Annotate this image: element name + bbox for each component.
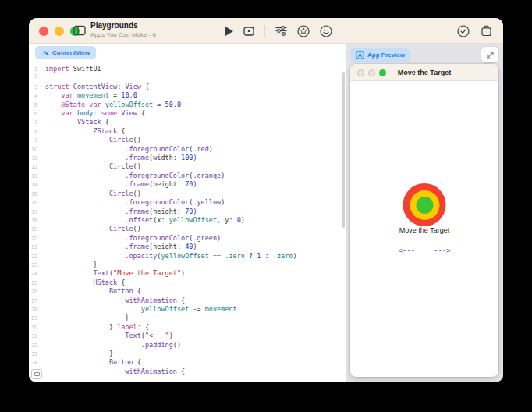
app-preview-pill-label: App Preview xyxy=(367,52,405,59)
code-line[interactable]: 26 Button { xyxy=(29,287,346,296)
code-line[interactable]: 5 @State var yellowOffset = 50.0 xyxy=(29,101,346,109)
code-line[interactable]: 10 .foregroundColor(.red) xyxy=(29,145,346,154)
code-line[interactable]: 33 } xyxy=(29,350,346,358)
move-right-button[interactable]: ---> xyxy=(434,247,451,254)
code-line[interactable]: 8 ZStack { xyxy=(29,127,346,136)
code-line[interactable]: 17 .frame(height: 70) xyxy=(29,208,346,216)
line-number: 7 xyxy=(29,119,45,125)
target-middle-circle xyxy=(410,190,439,220)
code-line[interactable]: 28 yellowOffset -= movement xyxy=(29,305,346,314)
code-line[interactable]: 34 Button { xyxy=(29,358,346,367)
star-circle-icon[interactable] xyxy=(297,25,310,37)
code-line[interactable]: 23 } xyxy=(29,261,346,269)
code-line[interactable]: 29 } xyxy=(29,314,346,322)
document-subtitle: Apps You Can Make - 6 xyxy=(90,31,156,38)
code-text: .padding() xyxy=(45,341,181,350)
code-text: .foregroundColor(.red) xyxy=(45,145,213,154)
code-text: } label: { xyxy=(45,323,149,332)
line-number: 13 xyxy=(29,173,45,179)
code-line[interactable]: 16 .foregroundColor(.yellow) xyxy=(29,198,346,207)
code-line[interactable]: 27 withAnimation { xyxy=(29,297,346,305)
line-number: 28 xyxy=(29,307,45,312)
code-line[interactable]: 24 Text("Move the Target") xyxy=(29,269,346,278)
code-text: .frame(width: 100) xyxy=(45,154,197,162)
sidebar-toggle-icon[interactable] xyxy=(73,25,86,36)
app-preview-pill: App Preview xyxy=(350,48,410,62)
minimize-button[interactable] xyxy=(55,27,64,36)
app-preview-icon xyxy=(356,51,364,59)
code-text: @State var yellowOffset = 50.0 xyxy=(45,101,181,109)
target-label: Move the Target xyxy=(350,226,498,234)
line-number: 33 xyxy=(29,351,45,357)
code-text: withAnimation { xyxy=(45,297,185,305)
code-line[interactable]: 6 var body: some View { xyxy=(29,109,346,118)
preview-header: App Preview xyxy=(350,46,498,63)
delete-box-icon[interactable] xyxy=(481,25,492,37)
content-split: ContentView 1import SwiftUI23struct Cont… xyxy=(29,44,503,382)
verify-check-icon[interactable] xyxy=(457,25,470,37)
code-line[interactable]: 30 } label: { xyxy=(29,323,346,332)
preview-window-content: Move the Target <--- ---> xyxy=(350,81,498,376)
target-core-circle xyxy=(416,197,433,214)
code-text: Text("Move the Target") xyxy=(45,269,185,278)
line-number: 22 xyxy=(29,254,45,259)
line-number: 9 xyxy=(29,137,45,143)
code-text: withAnimation { xyxy=(45,368,185,376)
code-text: Circle() xyxy=(45,136,141,144)
code-line[interactable]: 12 Circle() xyxy=(29,162,346,171)
code-line[interactable]: 19 Circle() xyxy=(29,225,346,233)
code-line[interactable]: 3struct ContentView: View { xyxy=(29,83,346,91)
code-line[interactable]: 22 .opacity(yellowOffset == .zero ? 1 : … xyxy=(29,252,346,261)
code-text: var body: some View { xyxy=(45,109,145,118)
line-number: 30 xyxy=(29,325,45,330)
live-view-icon[interactable] xyxy=(243,27,254,36)
code-text: var movement = 10.0 xyxy=(45,91,137,100)
code-text: } xyxy=(45,261,98,269)
character-face-icon[interactable] xyxy=(320,25,332,37)
expand-preview-button[interactable] xyxy=(481,47,498,62)
line-number: 5 xyxy=(29,102,45,108)
code-line[interactable]: 15 Circle() xyxy=(29,190,346,198)
code-line[interactable]: 4 var movement = 10.0 xyxy=(29,91,346,100)
code-line[interactable]: 32 .padding() xyxy=(29,341,346,350)
line-number: 12 xyxy=(29,164,45,169)
app-title: Playgrounds xyxy=(90,21,156,30)
window-title-block: Playgrounds Apps You Can Make - 6 xyxy=(90,21,156,38)
toolbar-right xyxy=(457,18,492,44)
code-text: .frame(height: 70) xyxy=(45,180,197,189)
code-line[interactable]: 21 .frame(height: 40) xyxy=(29,243,346,251)
contentview-pill[interactable]: ContentView xyxy=(35,46,96,59)
code-line[interactable]: 9 Circle() xyxy=(29,136,346,144)
code-text: .foregroundColor(.yellow) xyxy=(45,198,225,207)
line-number: 14 xyxy=(29,182,45,187)
move-left-button[interactable]: <--- xyxy=(398,247,415,254)
run-play-icon[interactable] xyxy=(225,27,233,36)
line-number: 29 xyxy=(29,315,45,321)
code-line[interactable]: 35 withAnimation { xyxy=(29,368,346,376)
line-number: 17 xyxy=(29,209,45,215)
line-number: 23 xyxy=(29,262,45,268)
code-line[interactable]: 18 .offset(x: yellowOffset, y: 0) xyxy=(29,216,346,225)
code-line[interactable]: 20 .foregroundColor(.green) xyxy=(29,234,346,243)
code-line[interactable]: 2 xyxy=(29,73,346,82)
code-line[interactable]: 7 VStack { xyxy=(29,118,346,126)
close-button[interactable] xyxy=(39,27,48,36)
preview-panel: App Preview xyxy=(346,44,503,382)
code-editor[interactable]: ContentView 1import SwiftUI23struct Cont… xyxy=(29,44,346,382)
code-line[interactable]: 25 HStack { xyxy=(29,279,346,287)
line-number: 18 xyxy=(29,218,45,223)
code-line[interactable]: 11 .frame(width: 100) xyxy=(29,154,346,162)
preview-window-titlebar: Move the Target xyxy=(350,64,498,81)
line-number: 25 xyxy=(29,280,45,286)
editor-corner-button[interactable] xyxy=(31,369,42,379)
code-text: } xyxy=(45,314,129,322)
adjustments-icon[interactable] xyxy=(275,26,287,36)
line-number: 26 xyxy=(29,289,45,294)
editor-scrollbar[interactable] xyxy=(342,72,345,228)
code-line[interactable]: 31 Text("<---") xyxy=(29,332,346,340)
code-line[interactable]: 1import SwiftUI xyxy=(29,65,346,73)
line-number: 11 xyxy=(29,155,45,161)
code-text: VStack { xyxy=(45,118,109,126)
code-line[interactable]: 14 .frame(height: 70) xyxy=(29,180,346,189)
code-line[interactable]: 13 .foregroundColor(.orange) xyxy=(29,172,346,180)
